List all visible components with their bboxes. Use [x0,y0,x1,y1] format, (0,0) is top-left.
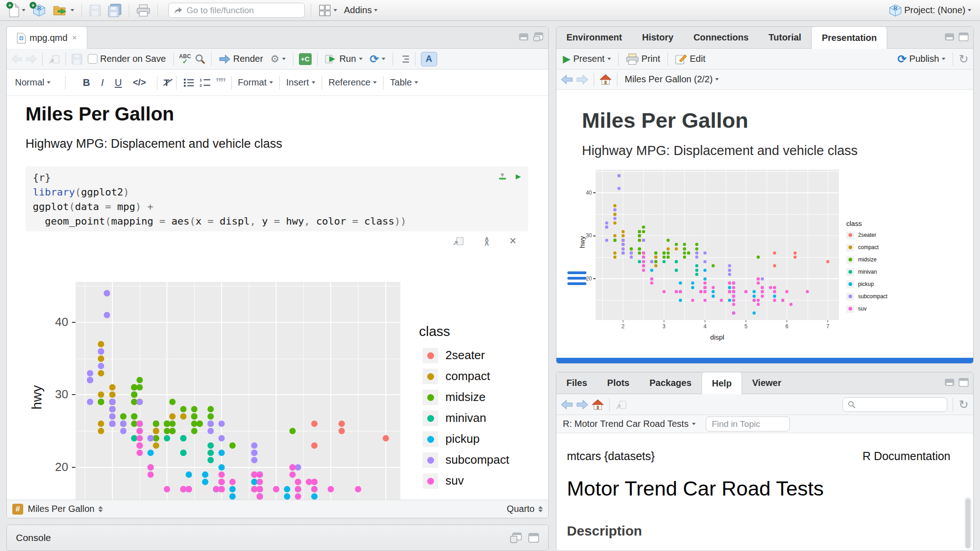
slide-title-menu[interactable]: Miles Per Gallon (2/2) [623,73,721,85]
rerun-button[interactable]: ⟳ [368,53,387,65]
tab-mpg-qmd[interactable]: mpg.qmd × [7,27,87,49]
tab-packages[interactable]: Packages [639,372,701,394]
render-options-button[interactable]: ⚙ [268,53,288,65]
popout-output-icon[interactable] [452,236,464,246]
help-search-box[interactable] [843,397,947,412]
outline-location[interactable]: Miles Per Gallon [28,504,95,514]
slide-back-icon[interactable] [561,75,573,85]
help-home-icon[interactable] [592,399,604,410]
slide-menu-icon[interactable] [567,271,586,285]
new-project-button[interactable]: R + [31,2,47,19]
bullet-list-icon[interactable] [183,78,195,87]
publish-caret [942,58,945,60]
forward-icon[interactable] [26,55,37,64]
help-refresh-icon[interactable]: ↻ [959,399,969,411]
console-header[interactable]: Console [7,525,548,551]
addins-button[interactable]: Addins [343,2,379,19]
help-scrollbar-thumb[interactable] [965,498,970,548]
underline-button[interactable]: U [115,77,122,89]
code-chunk[interactable]: {r} library(ggplot2)ggplot(data = mpg) +… [25,166,528,231]
maximize-pane-icon[interactable] [959,378,969,387]
data-point [257,479,263,485]
present-button[interactable]: ▶ Present [561,53,613,65]
tab-viewer[interactable]: Viewer [742,372,791,394]
maximize-pane-icon[interactable] [959,32,969,41]
render-on-save-toggle[interactable]: Render on Save [86,53,168,65]
tab-help[interactable]: Help [702,372,742,395]
clear-formatting-icon[interactable]: T [164,77,170,88]
panes-layout-button[interactable] [317,2,338,19]
data-point [98,356,104,362]
help-forward-icon[interactable] [576,400,588,410]
minimize-pane-icon[interactable] [944,378,955,386]
run-chunk-icon[interactable]: ▶ [516,172,521,180]
find-in-topic-box[interactable] [706,416,790,431]
italic-button[interactable]: I [101,77,104,89]
tab-history[interactable]: History [632,27,683,48]
data-point [257,486,263,492]
outline-toggle-icon[interactable] [399,55,409,64]
close-output-icon[interactable]: × [510,234,516,248]
tab-files[interactable]: Files [556,372,597,394]
minimize-pane-icon[interactable] [518,33,529,41]
goto-file-input[interactable] [187,5,291,15]
table-menu[interactable]: Table [390,77,418,88]
edit-presentation-button[interactable]: Edit [673,53,707,65]
help-back-icon[interactable] [561,400,573,410]
back-icon[interactable] [11,55,22,64]
render-on-save-checkbox[interactable] [88,54,97,64]
help-topic-row: R: Motor Trend Car Road Tests [556,415,973,433]
data-point [197,421,203,427]
open-file-button[interactable] [51,2,76,19]
save-icon[interactable] [71,54,82,65]
blockquote-icon[interactable]: ”” [216,75,225,90]
reference-menu[interactable]: Reference [328,77,377,88]
new-file-button[interactable]: + [7,2,27,19]
numbered-list-icon[interactable]: 12 [199,78,211,87]
run-chunks-above-icon[interactable]: ▼ [499,173,506,180]
code-format-button[interactable]: </> [133,77,146,88]
collapse-output-icon[interactable]: ∧∧ [484,237,490,245]
help-search-input[interactable] [859,400,937,409]
project-menu-button[interactable]: R Project: (None) [887,2,973,19]
visual-editor-toggle[interactable]: A [421,52,437,66]
publish-button[interactable]: ⟳ Publish [895,53,947,65]
doc-type-arrows-icon[interactable] [538,506,543,512]
popout-console-icon[interactable] [510,532,522,543]
tab-plots[interactable]: Plots [597,372,640,394]
help-scrollbar[interactable] [965,497,971,549]
search-icon[interactable] [195,54,206,65]
render-button[interactable]: Render [217,53,265,65]
home-icon[interactable] [600,74,611,85]
print-button[interactable] [135,2,152,19]
goto-file-search[interactable] [168,3,305,18]
tab-presentation[interactable]: Presentation [811,27,887,49]
doc-type-label[interactable]: Quarto [507,504,535,514]
save-all-button[interactable] [106,2,123,19]
tab-close-icon[interactable]: × [72,33,77,43]
print-presentation-button[interactable]: Print [624,52,662,66]
run-button[interactable]: Run [323,53,364,65]
outline-location-arrows-icon[interactable] [98,506,103,512]
axis-tick [72,467,76,468]
popout-window-icon[interactable] [48,54,60,64]
insert-chunk-icon[interactable]: +C [299,53,312,65]
maximize-console-icon[interactable] [528,533,539,543]
refresh-icon[interactable]: ↻ [959,53,969,65]
slide-forward-icon[interactable] [576,75,588,85]
format-menu[interactable]: Format [238,77,273,88]
tab-environment[interactable]: Environment [556,27,632,48]
minimize-pane-icon[interactable] [944,33,955,41]
help-topic-label[interactable]: R: Motor Trend Car Road Tests [563,419,688,429]
tab-connections[interactable]: Connections [683,27,758,48]
insert-menu[interactable]: Insert [286,77,315,88]
spellcheck-icon[interactable]: ABC ✓ [179,54,191,64]
data-point [98,348,104,355]
paragraph-style-select[interactable]: Normal [15,77,59,88]
bold-button[interactable]: B [83,77,90,89]
save-button[interactable] [88,2,102,19]
maximize-pane-icon[interactable] [533,32,544,41]
tab-tutorial[interactable]: Tutorial [758,27,811,48]
popout-help-icon[interactable] [615,400,627,410]
find-in-topic-input[interactable] [712,419,784,429]
